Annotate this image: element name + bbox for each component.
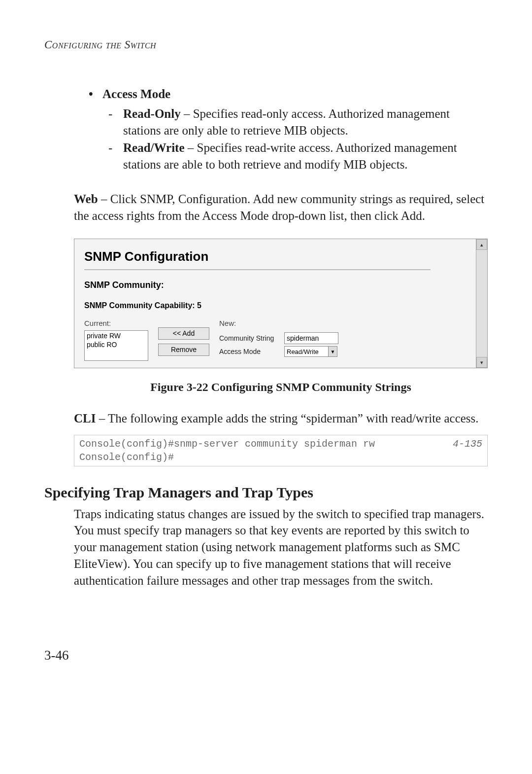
scrollbar[interactable]: ▴ ▾: [476, 239, 487, 368]
access-mode-label: Access Mode: [219, 347, 281, 356]
current-listbox[interactable]: private RW public RO: [84, 330, 148, 361]
divider: [84, 269, 431, 270]
section-body: Traps indicating status changes are issu…: [74, 506, 488, 589]
list-item[interactable]: public RO: [87, 341, 146, 350]
capability-label: SNMP Community Capability: 5: [84, 300, 487, 311]
access-mode-value: Read/Write: [287, 348, 319, 356]
scroll-up-button[interactable]: ▴: [476, 239, 487, 250]
desc-web: – Click SNMP, Configuration. Add new com…: [74, 192, 484, 222]
remove-button[interactable]: Remove: [158, 344, 209, 356]
add-button[interactable]: << Add: [158, 327, 209, 340]
bullet-access-mode: • Access Mode: [89, 86, 488, 103]
page-number: 3-46: [44, 648, 488, 663]
community-string-input[interactable]: spiderman: [284, 332, 338, 344]
new-label: New:: [219, 318, 338, 328]
sub-item-readonly: - Read-Only – Specifies read-only access…: [108, 106, 488, 139]
bullet-label: Access Mode: [102, 86, 170, 103]
term-web: Web: [74, 192, 98, 206]
term-readwrite: Read/Write: [123, 141, 185, 154]
sub-item-readwrite: - Read/Write – Specifies read-write acce…: [108, 140, 488, 173]
desc-cli: – The following example adds the string …: [96, 412, 478, 425]
scroll-down-button[interactable]: ▾: [476, 357, 487, 368]
figure-caption: Figure 3-22 Configuring SNMP Community S…: [74, 379, 488, 395]
bullet-glyph: •: [89, 86, 102, 103]
dash-glyph: -: [108, 106, 123, 139]
current-label: Current:: [84, 318, 148, 328]
snmp-config-screenshot: ▴ ▾ SNMP Configuration SNMP Community: S…: [74, 239, 488, 368]
cli-paragraph: CLI – The following example adds the str…: [74, 410, 488, 427]
panel-title: SNMP Configuration: [84, 248, 487, 265]
term-cli: CLI: [74, 412, 96, 425]
chevron-down-icon[interactable]: ▼: [328, 347, 337, 356]
dash-glyph: -: [108, 140, 123, 173]
term-readonly: Read-Only: [123, 107, 181, 120]
running-head: Configuring the Switch: [44, 38, 488, 51]
cli-page-ref: 4-135: [447, 437, 482, 464]
cli-code: Console(config)#snmp-server community sp…: [79, 437, 375, 464]
web-paragraph: Web – Click SNMP, Configuration. Add new…: [74, 191, 488, 224]
access-mode-select[interactable]: Read/Write ▼: [284, 346, 337, 357]
list-item[interactable]: private RW: [87, 332, 146, 341]
community-string-label: Community String: [219, 334, 281, 343]
cli-example-box: Console(config)#snmp-server community sp…: [74, 435, 488, 466]
section-heading: Specifying Trap Managers and Trap Types: [44, 484, 488, 501]
community-heading: SNMP Community:: [84, 279, 487, 291]
